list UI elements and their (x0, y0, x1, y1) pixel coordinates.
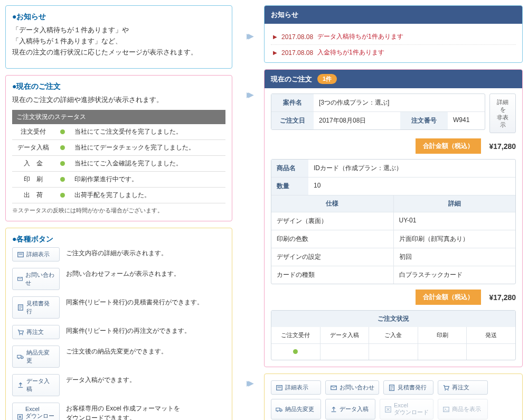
truck-icon (276, 406, 283, 413)
upload-button[interactable]: データ入稿 (12, 374, 60, 396)
btn-desc: 同案件(リピート発行)の見積書発行ができます。 (66, 296, 203, 307)
arrow-icon: ▶▶ (247, 32, 250, 40)
truck-button[interactable]: 納品先変更 (271, 399, 321, 419)
date-label: ご注文日 (271, 112, 314, 129)
status-dot (60, 177, 65, 182)
arrow-icon: ▶▶ (247, 90, 250, 99)
doc-icon (17, 304, 24, 311)
btn-desc: お問い合わせフォームが表示されます。 (66, 268, 180, 278)
arrow-icon: ▶▶ (247, 379, 250, 387)
status-dot (293, 349, 298, 354)
doc-icon (388, 384, 395, 391)
news-item[interactable]: ▶2017.08.08データ入稿待ちが1件あります (271, 29, 516, 45)
upload-icon (330, 406, 337, 413)
status-dot-cell (271, 343, 320, 360)
mail-icon (330, 384, 337, 391)
cart-button[interactable]: 再注文 (12, 325, 60, 339)
status-col: 印刷 (418, 327, 467, 343)
detail-button[interactable]: 詳細表示 (12, 247, 60, 262)
right-order-panel: 現在のご注文 1件 案件名 [3つの作成プラン：選ぶ] ご注文日 2017年08… (264, 69, 523, 367)
detail-icon (17, 251, 24, 258)
status-dot (60, 161, 65, 166)
num-label: 注文番号 (400, 112, 448, 129)
image-button: 商品を表示 (438, 399, 488, 419)
status-dot-cell (320, 343, 370, 360)
total-value: ¥17,280 (489, 142, 516, 151)
spec-header-1: 仕様 (271, 195, 394, 212)
status-dot-cell (369, 343, 418, 360)
order-status-box: ご注文状況 ご注文受付データ入稿ご入金印刷発送 (271, 310, 516, 360)
product-box: 商品名 IDカード（作成プラン：選ぶ） 数量 10 仕様 詳細 デザイン（裏面）… (271, 159, 516, 284)
total-value-2: ¥17,280 (489, 293, 516, 302)
spec-row: デザイン（裏面）UY-01 (271, 212, 515, 230)
total-label: 合計金額（税込） (416, 138, 481, 154)
case-label: 案件名 (271, 94, 314, 111)
excel-button[interactable]: Excel ダウンロード (12, 403, 60, 420)
news-text: 「データ入稿待ちが１件あります」や 「入稿待ちが１件あります」など、 現在の注文… (12, 25, 225, 58)
doc-button[interactable]: 見積書発行 (12, 296, 60, 319)
order-status-header: ご注文状況 (271, 311, 515, 327)
detail-icon (276, 384, 283, 391)
product-name-label: 商品名 (271, 160, 308, 177)
doc-button[interactable]: 見積書発行 (383, 380, 433, 395)
excel-button: Excel ダウンロード (380, 399, 433, 419)
upload-icon (17, 381, 24, 389)
total-label-2: 合計金額（税込） (416, 290, 481, 305)
status-col: ご注文受付 (271, 327, 320, 343)
detail-button[interactable]: 詳細表示 (271, 380, 321, 395)
left-order-box: ●現在のご注文 現在のご注文の詳細や進捗状況が表示されます。 ご注文状況のステー… (5, 75, 232, 221)
left-buttons-box: ●各種ボタン 詳細表示ご注文内容の詳細が表示されます。お問い合わせお問い合わせフ… (5, 228, 232, 420)
status-dot (60, 129, 65, 134)
upload-button[interactable]: データ入稿 (325, 399, 375, 419)
btn-desc: 同案件(リピート発行)の再注文ができます。 (66, 325, 191, 335)
mail-button[interactable]: お問い合わせ (325, 380, 379, 395)
btn-desc: ご注文後の納品先変更ができます。 (66, 346, 167, 356)
status-col: データ入稿 (320, 327, 370, 343)
caret-icon: ▶ (273, 34, 277, 40)
truck-button[interactable]: 納品先変更 (12, 346, 60, 368)
cart-icon (17, 329, 24, 336)
status-table: 注文受付当社にてご注文受付を完了しました。データ入稿当社にてデータチェックを完了… (12, 124, 225, 203)
cart-icon (442, 384, 450, 391)
left-news-box: ●お知らせ 「データ入稿待ちが１件あります」や 「入稿待ちが１件あります」など、… (5, 5, 232, 69)
spec-row: カードの種類白プラスチックカード (271, 266, 515, 284)
spec-row: デザインの設定初回 (271, 248, 515, 266)
status-row: データ入稿当社にてデータチェックを完了しました。 (12, 140, 225, 156)
qty-value: 10 (308, 178, 515, 195)
mail-button[interactable]: お問い合わせ (12, 268, 60, 290)
btn-desc: ご注文内容の詳細が表示されます。 (66, 247, 167, 258)
spec-row: 印刷の色数片面印刷（顔写真あり） (271, 230, 515, 248)
num-value: W941 (448, 112, 485, 129)
btn-desc: お客様専用の Excel 作成フォーマットを ダウンロードできます。※フォーマッ… (66, 403, 180, 420)
status-dot (60, 145, 65, 150)
order-count-badge: 1件 (317, 74, 337, 84)
status-dot (60, 193, 65, 198)
news-title: ●お知らせ (12, 12, 225, 22)
status-dot-cell (418, 343, 467, 360)
right-buttons-panel: 詳細表示お問い合わせ見積書発行再注文納品先変更データ入稿Excel ダウンロード… (264, 374, 523, 420)
spec-header-2: 詳細 (394, 195, 516, 212)
btn-desc: データ入稿ができます。 (66, 374, 136, 385)
truck-icon (17, 353, 24, 360)
status-col: 発送 (467, 327, 515, 343)
date-value: 2017年08月08日 (314, 112, 400, 129)
right-news-panel: お知らせ ▶2017.08.08データ入稿待ちが1件あります▶2017.08.0… (264, 5, 523, 63)
cart-button[interactable]: 再注文 (438, 380, 488, 395)
status-note: ※ステータスの反映には時間がかかる場合がございます。 (12, 207, 225, 214)
image-icon (442, 406, 450, 413)
status-row: 出 荷出荷手配を完了しました。 (12, 188, 225, 203)
news-item[interactable]: ▶2017.08.08入金待ちが1件あります (271, 45, 516, 60)
qty-label: 数量 (271, 178, 308, 195)
case-value: [3つの作成プラン：選ぶ] (314, 94, 485, 111)
news-header-bar: お知らせ (265, 6, 522, 24)
order-title: ●現在のご注文 (12, 82, 225, 91)
order-header-bar: 現在のご注文 1件 (265, 70, 522, 88)
detail-toggle-button[interactable]: 詳細を 非表示 (489, 94, 516, 133)
status-col: ご入金 (369, 327, 418, 343)
status-row: 注文受付当社にてご注文受付を完了しました。 (12, 124, 225, 140)
caret-icon: ▶ (273, 50, 277, 55)
buttons-title: ●各種ボタン (12, 235, 225, 244)
excel-icon (384, 406, 392, 413)
product-name: IDカード（作成プラン：選ぶ） (308, 160, 515, 177)
status-row: 入 金当社にてご入金確認を完了しました。 (12, 156, 225, 172)
